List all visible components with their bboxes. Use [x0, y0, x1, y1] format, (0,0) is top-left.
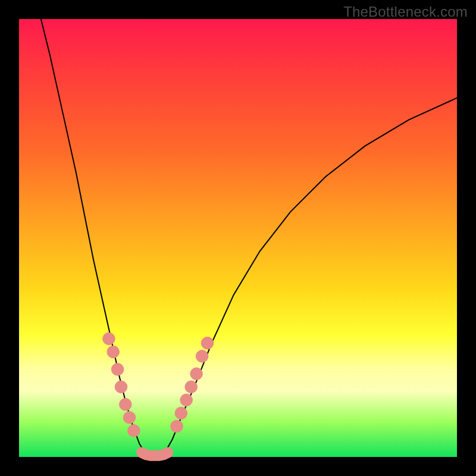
- left-curve: [41, 19, 146, 455]
- highlight-dots-left: [103, 333, 140, 437]
- watermark-text: TheBottleneck.com: [343, 4, 468, 20]
- highlight-dot: [180, 394, 193, 406]
- highlight-dot: [196, 350, 208, 362]
- highlight-dot: [201, 337, 214, 349]
- highlight-dot: [103, 333, 115, 345]
- highlight-dots-right: [171, 337, 214, 433]
- chart-svg: [19, 19, 457, 457]
- highlight-dot: [120, 398, 132, 411]
- highlight-dot: [171, 420, 183, 433]
- outer-frame: TheBottleneck.com: [0, 0, 476, 476]
- highlight-dot: [128, 425, 140, 437]
- highlight-dot: [175, 407, 187, 419]
- highlight-dot: [185, 381, 198, 393]
- right-curve: [164, 98, 457, 455]
- highlight-dot: [115, 381, 127, 393]
- highlight-dot: [190, 368, 203, 380]
- highlight-dot: [123, 412, 136, 424]
- highlight-dot: [107, 346, 120, 358]
- plot-area: [19, 19, 457, 457]
- highlight-dot: [111, 364, 124, 376]
- valley-highlight: [142, 453, 168, 456]
